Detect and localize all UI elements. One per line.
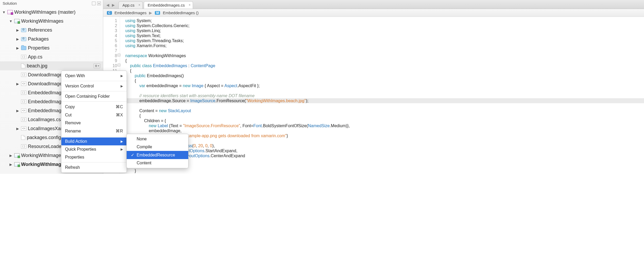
menu-item[interactable]: Open With▶ xyxy=(61,72,127,80)
tree-item[interactable]: WorkingWithImages xyxy=(0,17,103,26)
fold-icon[interactable]: − xyxy=(118,54,120,56)
code-line[interactable]: { xyxy=(125,78,644,83)
menu-item[interactable]: Open Containing Folder xyxy=(61,92,127,100)
code-line[interactable]: } xyxy=(125,168,644,173)
code-line[interactable]: using Xamarin.Forms; xyxy=(125,43,644,48)
menu-item[interactable]: Properties xyxy=(61,153,127,161)
menu-shortcut: ⌘C xyxy=(116,104,123,109)
menu-item[interactable]: Rename⌘R xyxy=(61,127,127,135)
code-line[interactable]: VerticalOptions = LayoutOptions.StartAnd… xyxy=(125,148,644,153)
sln-icon xyxy=(7,10,13,14)
disclosure-icon[interactable] xyxy=(16,127,19,131)
disclosure-icon[interactable] xyxy=(16,82,19,86)
code-line[interactable]: new Label {Text = "ImageSource.FromResou… xyxy=(125,123,644,128)
check-icon: ✓ xyxy=(130,152,135,157)
submenu-item-label: Content xyxy=(137,161,151,165)
code-line[interactable] xyxy=(125,163,644,168)
tree-item-label: beach.jpg xyxy=(27,63,47,69)
dock-icon[interactable] xyxy=(92,2,96,5)
code-line[interactable]: // resource identifiers start with assem… xyxy=(125,93,644,98)
tree-item[interactable]: WorkingWithImages (master) xyxy=(0,8,103,17)
close-icon[interactable]: × xyxy=(189,3,191,7)
disclosure-icon[interactable] xyxy=(9,162,13,166)
code-line[interactable]: }, xyxy=(125,138,644,143)
breadcrumb-class[interactable]: EmbeddedImages xyxy=(115,11,147,15)
nav-forward-icon[interactable]: ▶ xyxy=(112,3,115,7)
code-line[interactable]: using System.Collections.Generic; xyxy=(125,23,644,28)
cs-icon xyxy=(21,144,26,149)
close-icon[interactable] xyxy=(97,2,101,5)
code-line[interactable]: { xyxy=(125,58,644,63)
code-line[interactable]: HorizontalOptions = LayoutOptions.Center… xyxy=(125,153,644,158)
proj-icon xyxy=(14,19,19,23)
disclosure-icon[interactable] xyxy=(9,19,13,23)
tree-item[interactable]: App.cs xyxy=(0,52,103,61)
solution-title: Solution xyxy=(3,1,17,6)
code-line[interactable]: }; xyxy=(125,158,644,163)
breadcrumb-method[interactable]: EmbeddedImages () xyxy=(163,11,199,15)
code-line[interactable]: Children = { xyxy=(125,118,644,123)
submenu-item[interactable]: ✓EmbeddedResource xyxy=(127,151,188,159)
build-action-submenu[interactable]: NoneCompile✓EmbeddedResourceContent xyxy=(126,134,189,168)
tree-item[interactable]: Properties xyxy=(0,43,103,52)
code-text[interactable]: using System;using System.Collections.Ge… xyxy=(120,17,644,174)
code-line[interactable]: { xyxy=(125,113,644,118)
cs-icon xyxy=(21,55,26,59)
code-line[interactable]: embeddedImage, xyxy=(125,128,644,133)
code-line[interactable]: Padding = new Thickness(0, 20, 0, 0), xyxy=(125,143,644,148)
submenu-item-label: EmbeddedResource xyxy=(137,153,175,157)
code-line[interactable]: public EmbeddedImages() xyxy=(125,73,644,78)
menu-item-label: Cut xyxy=(65,113,72,117)
tree-item[interactable]: References xyxy=(0,26,103,35)
gear-icon[interactable]: ⚙ xyxy=(93,63,100,68)
disclosure-icon[interactable] xyxy=(16,46,19,50)
close-icon[interactable]: × xyxy=(138,3,140,7)
menu-item[interactable]: Refresh xyxy=(61,164,127,171)
code-line[interactable]: new Label {Text = "example-app.png gets … xyxy=(125,133,644,138)
menu-item[interactable]: Copy⌘C xyxy=(61,103,127,111)
tree-item-label: packages.config xyxy=(27,135,61,140)
menu-item[interactable]: Version Control▶ xyxy=(61,82,127,90)
menu-item-label: Open Containing Folder xyxy=(65,94,110,99)
submenu-item[interactable]: None xyxy=(127,135,188,143)
code-line[interactable] xyxy=(125,88,644,93)
menu-item-label: Remove xyxy=(65,121,81,125)
code-line[interactable]: var embeddedImage = new Image { Aspect =… xyxy=(125,83,644,88)
code-line[interactable]: { xyxy=(125,68,644,73)
fold-icon[interactable]: − xyxy=(118,64,120,66)
menu-item[interactable]: Build Action▶ xyxy=(61,137,127,145)
tree-item-label: WorkingWithImages (master) xyxy=(14,9,76,15)
tree-item[interactable]: Packages xyxy=(0,35,103,43)
code-line[interactable]: using System.Text; xyxy=(125,33,644,38)
disclosure-icon[interactable] xyxy=(16,109,19,113)
nav-back-icon[interactable]: ◀ xyxy=(106,3,109,7)
menu-item[interactable]: Cut⌘X xyxy=(61,111,127,119)
disclosure-icon[interactable] xyxy=(2,10,6,14)
submenu-item[interactable]: Compile xyxy=(127,143,188,151)
file-icon xyxy=(21,63,25,68)
code-line[interactable]: public class EmbeddedImages : ContentPag… xyxy=(125,63,644,68)
code-line[interactable]: namespace WorkingWithImages xyxy=(125,53,644,58)
submenu-arrow-icon: ▶ xyxy=(121,74,123,78)
breadcrumb[interactable]: C EmbeddedImages ▶ M EmbeddedImages () xyxy=(103,9,644,17)
gearfolder-icon xyxy=(21,28,26,32)
menu-item-label: Version Control xyxy=(65,84,94,88)
disclosure-icon[interactable] xyxy=(16,28,19,32)
editor-tab[interactable]: App.cs× xyxy=(118,1,143,9)
disclosure-icon[interactable] xyxy=(16,37,19,41)
code-line[interactable]: using System.Threading.Tasks; xyxy=(125,38,644,43)
submenu-item-label: Compile xyxy=(137,145,152,149)
menu-item[interactable]: Remove xyxy=(61,119,127,127)
code-line[interactable]: Content = new StackLayout xyxy=(125,108,644,113)
menu-item[interactable]: Quick Properties▶ xyxy=(61,145,127,153)
code-line[interactable] xyxy=(125,103,644,108)
editor-tab[interactable]: EmbeddedImages.cs× xyxy=(144,1,193,9)
submenu-item[interactable]: Content xyxy=(127,159,188,167)
code-line[interactable] xyxy=(125,48,644,53)
disclosure-icon[interactable] xyxy=(9,154,13,157)
code-line[interactable]: embeddedImage.Source = ImageSource.FromR… xyxy=(125,98,644,103)
code-line[interactable]: using System.Linq; xyxy=(125,28,644,33)
tree-item[interactable]: beach.jpg⚙ xyxy=(0,61,103,70)
context-menu[interactable]: Open With▶Version Control▶Open Containin… xyxy=(61,71,127,173)
code-line[interactable]: using System; xyxy=(125,18,644,23)
